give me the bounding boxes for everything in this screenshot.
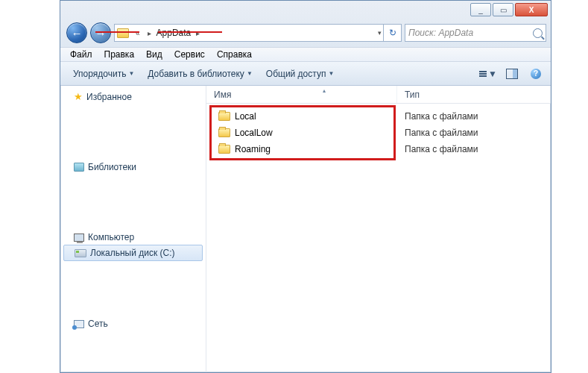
- sort-indicator-icon: ▴: [323, 87, 326, 94]
- add-to-library-button[interactable]: Добавить в библиотеку ▼: [142, 66, 257, 81]
- help-button[interactable]: ?: [525, 66, 546, 82]
- path-sep-icon[interactable]: ▸: [144, 29, 155, 37]
- favorites-label: Избранное: [86, 92, 132, 102]
- explorer-body: ★ Избранное Библиотеки Компьютер Локальн…: [60, 86, 551, 372]
- sidebar-local-disk-c[interactable]: Локальный диск (C:): [63, 245, 203, 261]
- chevron-down-icon: ▼: [247, 70, 253, 77]
- content-pane: ▴ Имя Тип Local Папка с файлами LocalLow…: [206, 86, 551, 372]
- chevron-down-icon: ▼: [488, 69, 497, 79]
- menu-help[interactable]: Справка: [212, 48, 257, 61]
- share-button[interactable]: Общий доступ ▼: [261, 66, 340, 81]
- refresh-button[interactable]: ↻: [384, 24, 402, 42]
- share-label: Общий доступ: [266, 69, 326, 79]
- sidebar-computer[interactable]: Компьютер: [60, 230, 206, 245]
- menu-file[interactable]: Файл: [65, 48, 98, 61]
- menu-edit[interactable]: Правка: [99, 48, 140, 61]
- folder-type: Папка с файлами: [397, 144, 551, 154]
- address-bar[interactable]: « ▸ AppData ▸ ▾: [114, 24, 384, 42]
- folder-row[interactable]: LocalLow Папка с файлами: [206, 125, 551, 141]
- chevron-down-icon: ▼: [328, 70, 334, 77]
- annotation-underline: [95, 31, 139, 33]
- network-icon: [74, 320, 84, 328]
- window-chrome: _ ▭ X ← → « ▸ AppData ▸ ▾ ↻ Поиск: AppDa…: [60, 1, 551, 47]
- search-input[interactable]: Поиск: AppData: [405, 24, 546, 42]
- address-bar-wrap: « ▸ AppData ▸ ▾ ↻ Поиск: AppData: [114, 24, 546, 42]
- libraries-label: Библиотеки: [88, 162, 136, 172]
- view-mode-button[interactable]: ▼: [478, 66, 499, 82]
- menu-view[interactable]: Вид: [141, 48, 168, 61]
- libraries-icon: [74, 163, 84, 172]
- file-list: Local Папка с файлами LocalLow Папка с ф…: [206, 104, 551, 157]
- svg-rect-1: [513, 69, 517, 78]
- folder-row[interactable]: Local Папка с файлами: [206, 108, 551, 125]
- navigation-sidebar: ★ Избранное Библиотеки Компьютер Локальн…: [60, 86, 206, 372]
- folder-icon: [218, 112, 230, 121]
- folder-name: LocalLow: [235, 128, 273, 138]
- chevron-down-icon: ▼: [128, 70, 134, 77]
- column-header-type[interactable]: Тип: [397, 86, 551, 103]
- forward-button[interactable]: →: [90, 22, 111, 43]
- preview-pane-icon: [506, 69, 518, 79]
- help-icon: ?: [531, 69, 541, 79]
- maximize-button[interactable]: ▭: [493, 3, 513, 16]
- menu-tools[interactable]: Сервис: [169, 48, 210, 61]
- folder-icon: [218, 128, 230, 137]
- column-header-name[interactable]: Имя: [206, 86, 397, 103]
- organize-label: Упорядочить: [73, 69, 126, 79]
- path-sep-icon[interactable]: ▸: [192, 29, 203, 37]
- navigation-row: ← → « ▸ AppData ▸ ▾ ↻ Поиск: AppData: [60, 22, 551, 47]
- back-button[interactable]: ←: [66, 22, 87, 43]
- sidebar-favorites[interactable]: ★ Избранное: [60, 89, 206, 104]
- column-headers: ▴ Имя Тип: [206, 86, 551, 104]
- computer-label: Компьютер: [88, 232, 134, 242]
- drive-icon: [75, 249, 86, 257]
- folder-name: Local: [235, 111, 256, 122]
- view-list-icon: [479, 71, 487, 77]
- address-dropdown-icon[interactable]: ▾: [378, 29, 382, 37]
- folder-icon: [117, 28, 129, 38]
- sidebar-libraries[interactable]: Библиотеки: [60, 160, 206, 175]
- folder-row[interactable]: Roaming Папка с файлами: [206, 141, 551, 157]
- folder-icon: [218, 145, 230, 154]
- path-overflow-icon[interactable]: «: [132, 29, 144, 37]
- search-icon: [533, 28, 543, 38]
- search-placeholder: Поиск: AppData: [408, 28, 473, 38]
- network-label: Сеть: [88, 319, 108, 329]
- folder-type: Папка с файлами: [397, 111, 551, 122]
- titlebar: _ ▭ X: [60, 1, 551, 22]
- add-library-label: Добавить в библиотеку: [148, 69, 244, 79]
- local-disk-label: Локальный диск (C:): [90, 248, 175, 258]
- annotation-underline: [158, 31, 222, 33]
- close-button[interactable]: X: [515, 3, 548, 16]
- folder-type: Папка с файлами: [397, 128, 551, 138]
- computer-icon: [74, 233, 84, 242]
- minimize-button[interactable]: _: [470, 3, 491, 16]
- star-icon: ★: [74, 91, 83, 102]
- sidebar-network[interactable]: Сеть: [60, 316, 206, 331]
- menubar: Файл Правка Вид Сервис Справка: [60, 47, 551, 62]
- organize-button[interactable]: Упорядочить ▼: [68, 66, 139, 81]
- path-segment-appdata[interactable]: AppData: [155, 28, 193, 38]
- explorer-window: _ ▭ X ← → « ▸ AppData ▸ ▾ ↻ Поиск: AppDa…: [60, 0, 551, 373]
- preview-pane-button[interactable]: [502, 66, 522, 82]
- folder-name: Roaming: [235, 144, 271, 154]
- command-bar: Упорядочить ▼ Добавить в библиотеку ▼ Об…: [60, 62, 551, 86]
